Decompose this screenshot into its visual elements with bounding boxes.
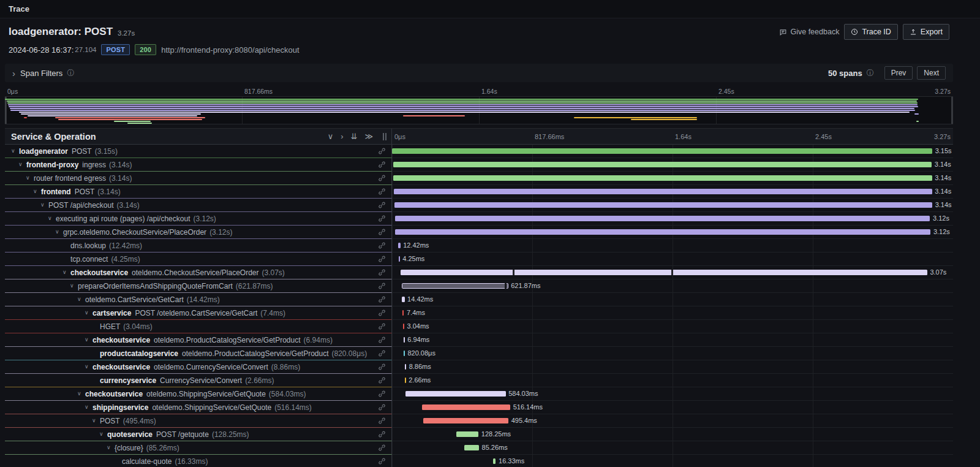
span-timeline-cell[interactable]: 3.14s — [392, 172, 953, 185]
span-bar[interactable] — [404, 337, 405, 343]
span-link-icon[interactable] — [374, 349, 391, 357]
chevron-down-icon[interactable]: ∨ — [77, 297, 85, 302]
span-timeline-cell[interactable]: 8.86ms — [392, 360, 953, 374]
span-link-icon[interactable] — [374, 215, 391, 222]
span-link-icon[interactable] — [374, 147, 391, 155]
span-timeline-cell[interactable]: 7.4ms — [392, 306, 953, 320]
span-timeline-cell[interactable]: 3.14s — [392, 199, 953, 212]
span-link-icon[interactable] — [374, 161, 391, 169]
span-bar[interactable] — [402, 297, 404, 302]
span-link-icon[interactable] — [374, 174, 391, 182]
span-bar[interactable] — [398, 243, 400, 248]
span-bar[interactable] — [405, 378, 406, 383]
span-name-cell[interactable]: ∨ frontend POST (3.14s) — [5, 185, 392, 199]
chevron-down-icon[interactable]: ∨ — [99, 431, 107, 437]
span-name-cell[interactable]: ∨ checkoutservice oteldemo.CurrencyServi… — [5, 360, 392, 374]
span-timeline-cell[interactable]: 495.4ms — [392, 414, 953, 428]
give-feedback-link[interactable]: Give feedback — [779, 28, 839, 36]
next-button[interactable]: Next — [917, 66, 946, 80]
minimap-canvas[interactable] — [5, 96, 953, 124]
span-timeline-cell[interactable]: 12.42ms — [392, 239, 953, 252]
prev-button[interactable]: Prev — [884, 66, 913, 80]
span-link-icon[interactable] — [374, 390, 391, 398]
span-link-icon[interactable] — [374, 363, 391, 371]
span-link-icon[interactable] — [374, 188, 391, 196]
span-name-cell[interactable]: ∨ checkoutservice oteldemo.ProductCatalo… — [5, 333, 392, 347]
chevron-down-icon[interactable]: ∨ — [85, 337, 92, 343]
span-link-icon[interactable] — [374, 403, 391, 411]
span-name-cell[interactable]: ∨ loadgenerator POST (3.15s) — [5, 145, 392, 158]
span-name-cell[interactable]: ∨ tcp.connect (4.25ms) — [5, 252, 392, 266]
span-timeline-cell[interactable]: 16.33ms — [392, 455, 953, 467]
span-name-cell[interactable]: ∨ POST (495.4ms) — [5, 414, 392, 428]
span-timeline-cell[interactable]: 621.87ms — [392, 279, 953, 293]
span-name-cell[interactable]: ∨ dns.lookup (12.42ms) — [5, 239, 392, 252]
span-bar[interactable] — [404, 351, 405, 356]
span-link-icon[interactable] — [374, 417, 391, 425]
span-link-icon[interactable] — [374, 322, 391, 330]
span-name-cell[interactable]: ∨ shippingservice oteldemo.ShippingServi… — [5, 401, 392, 414]
span-name-cell[interactable]: ∨ productcatalogservice oteldemo.Product… — [5, 347, 392, 360]
span-name-cell[interactable]: ∨ {closure} (85.26ms) — [5, 441, 392, 455]
span-bar[interactable] — [401, 270, 927, 275]
info-icon[interactable]: ⓘ — [67, 68, 74, 78]
span-name-cell[interactable]: ∨ checkoutservice oteldemo.ShippingServi… — [5, 387, 392, 401]
chevron-down-icon[interactable]: ∨ — [18, 162, 26, 167]
span-name-cell[interactable]: ∨ router frontend egress (3.14s) — [5, 172, 392, 185]
span-bar[interactable] — [395, 229, 930, 235]
span-name-cell[interactable]: ∨ calculate-quote (16.33ms) — [5, 455, 392, 467]
span-name-cell[interactable]: ∨ POST /api/checkout (3.14s) — [5, 199, 392, 212]
span-link-icon[interactable] — [374, 201, 391, 209]
span-timeline-cell[interactable]: 3.12s — [392, 226, 953, 239]
chevron-down-icon[interactable]: ∨ — [107, 445, 115, 450]
span-timeline-cell[interactable]: 85.26ms — [392, 441, 953, 455]
span-bar[interactable] — [493, 458, 496, 464]
span-bar[interactable] — [405, 364, 406, 370]
span-link-icon[interactable] — [374, 255, 391, 263]
span-link-icon[interactable] — [374, 457, 391, 465]
chevron-down-icon[interactable]: ∨ — [40, 202, 48, 208]
span-bar[interactable] — [456, 431, 478, 437]
span-link-icon[interactable] — [374, 241, 391, 249]
span-name-cell[interactable]: ∨ cartservice POST /oteldemo.CartService… — [5, 306, 392, 320]
span-name-cell[interactable]: ∨ HGET (3.04ms) — [5, 320, 392, 333]
span-name-cell[interactable]: ∨ frontend-proxy ingress (3.14s) — [5, 158, 392, 172]
span-link-icon[interactable] — [374, 376, 391, 384]
span-timeline-cell[interactable]: 3.14s — [392, 158, 953, 172]
span-link-icon[interactable] — [374, 336, 391, 344]
expand-all-icon[interactable]: ≫ — [364, 132, 373, 140]
span-timeline-cell[interactable]: 3.12s — [392, 212, 953, 226]
span-bar[interactable] — [392, 148, 932, 154]
span-timeline-cell[interactable]: 4.25ms — [392, 252, 953, 266]
export-button[interactable]: Export — [903, 24, 949, 40]
chevron-down-icon[interactable]: ∨ — [33, 189, 41, 194]
span-timeline-cell[interactable]: 128.25ms — [392, 428, 953, 441]
span-link-icon[interactable] — [374, 282, 391, 290]
span-timeline-cell[interactable]: 3.14s — [392, 185, 953, 199]
chevron-down-icon[interactable]: ∨ — [26, 175, 34, 181]
span-timeline-cell[interactable]: 584.03ms — [392, 387, 953, 401]
span-bar[interactable] — [393, 162, 932, 167]
chevron-down-icon[interactable]: ∨ — [70, 283, 78, 289]
chevron-down-icon[interactable]: ∨ — [48, 216, 56, 221]
span-bar[interactable] — [402, 283, 508, 289]
chevron-down-icon[interactable]: ∨ — [77, 391, 85, 397]
span-bar[interactable] — [395, 216, 930, 221]
chevron-down-icon[interactable]: ∨ — [85, 310, 92, 316]
span-timeline-cell[interactable]: 2.66ms — [392, 374, 953, 387]
trace-id-button[interactable]: Trace ID — [844, 24, 897, 40]
span-link-icon[interactable] — [374, 228, 391, 236]
span-link-icon[interactable] — [374, 295, 391, 303]
span-bar[interactable] — [394, 202, 932, 208]
span-timeline-cell[interactable]: 14.42ms — [392, 293, 953, 306]
span-bar[interactable] — [399, 256, 400, 262]
column-resize-grip[interactable] — [383, 133, 386, 140]
collapse-all-icon[interactable]: ⇊ — [350, 132, 357, 140]
span-link-icon[interactable] — [374, 268, 391, 276]
chevron-down-icon[interactable]: ∨ — [85, 364, 92, 370]
span-bar[interactable] — [402, 310, 404, 316]
span-link-icon[interactable] — [374, 430, 391, 438]
span-name-cell[interactable]: ∨ oteldemo.CartService/GetCart (14.42ms) — [5, 293, 392, 306]
chevron-down-icon[interactable]: ∨ — [62, 270, 70, 275]
span-bar[interactable] — [423, 418, 508, 423]
